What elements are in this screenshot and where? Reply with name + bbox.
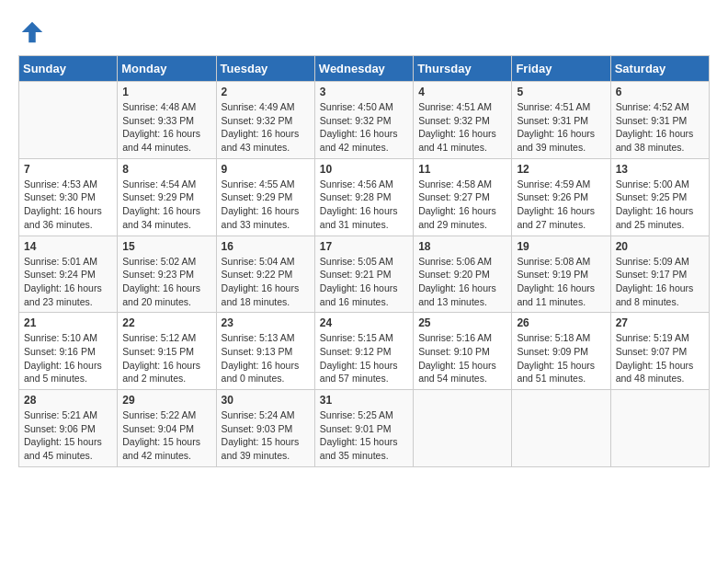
calendar-cell: 28Sunrise: 5:21 AM Sunset: 9:06 PM Dayli…: [19, 390, 118, 467]
calendar-cell: 17Sunrise: 5:05 AM Sunset: 9:21 PM Dayli…: [314, 236, 413, 313]
calendar-cell: 26Sunrise: 5:18 AM Sunset: 9:09 PM Dayli…: [512, 313, 610, 390]
day-info: Sunrise: 4:54 AM Sunset: 9:29 PM Dayligh…: [122, 178, 210, 232]
calendar-header-row: SundayMondayTuesdayWednesdayThursdayFrid…: [19, 56, 710, 82]
day-number: 7: [24, 163, 112, 176]
day-number: 14: [24, 240, 112, 253]
day-number: 8: [122, 163, 210, 176]
day-of-week-header: Tuesday: [216, 56, 314, 82]
calendar-week-row: 7Sunrise: 4:53 AM Sunset: 9:30 PM Daylig…: [19, 158, 710, 236]
calendar-cell: 25Sunrise: 5:16 AM Sunset: 9:10 PM Dayli…: [414, 313, 512, 390]
day-number: 4: [418, 86, 506, 98]
day-number: 19: [517, 240, 605, 253]
day-number: 24: [320, 316, 408, 329]
calendar-table: SundayMondayTuesdayWednesdayThursdayFrid…: [18, 55, 710, 467]
calendar-cell: 10Sunrise: 4:56 AM Sunset: 9:28 PM Dayli…: [314, 158, 413, 236]
day-info: Sunrise: 5:25 AM Sunset: 9:01 PM Dayligh…: [320, 408, 408, 463]
logo: [18, 18, 50, 46]
calendar-cell: 24Sunrise: 5:15 AM Sunset: 9:12 PM Dayli…: [314, 313, 413, 390]
day-info: Sunrise: 5:22 AM Sunset: 9:04 PM Dayligh…: [122, 408, 210, 463]
day-info: Sunrise: 5:12 AM Sunset: 9:15 PM Dayligh…: [122, 331, 210, 385]
day-info: Sunrise: 4:58 AM Sunset: 9:27 PM Dayligh…: [418, 178, 506, 232]
day-info: Sunrise: 5:19 AM Sunset: 9:07 PM Dayligh…: [616, 331, 704, 385]
calendar-cell: 5Sunrise: 4:51 AM Sunset: 9:31 PM Daylig…: [512, 82, 610, 159]
day-info: Sunrise: 5:15 AM Sunset: 9:12 PM Dayligh…: [320, 331, 408, 385]
calendar-cell: 2Sunrise: 4:49 AM Sunset: 9:32 PM Daylig…: [216, 82, 314, 159]
calendar-cell: 16Sunrise: 5:04 AM Sunset: 9:22 PM Dayli…: [216, 236, 314, 313]
day-info: Sunrise: 4:49 AM Sunset: 9:32 PM Dayligh…: [222, 100, 310, 155]
day-info: Sunrise: 5:06 AM Sunset: 9:20 PM Dayligh…: [418, 255, 506, 309]
day-info: Sunrise: 5:24 AM Sunset: 9:03 PM Dayligh…: [222, 408, 310, 463]
day-info: Sunrise: 5:08 AM Sunset: 9:19 PM Dayligh…: [517, 255, 605, 309]
day-number: 25: [418, 316, 506, 329]
day-number: 21: [24, 316, 112, 329]
svg-marker-0: [22, 22, 43, 43]
day-info: Sunrise: 5:00 AM Sunset: 9:25 PM Dayligh…: [616, 178, 704, 232]
calendar-week-row: 1Sunrise: 4:48 AM Sunset: 9:33 PM Daylig…: [19, 82, 710, 159]
calendar-cell: 12Sunrise: 4:59 AM Sunset: 9:26 PM Dayli…: [512, 158, 610, 236]
day-number: 28: [24, 394, 112, 407]
day-number: 20: [616, 240, 704, 253]
day-info: Sunrise: 4:55 AM Sunset: 9:29 PM Dayligh…: [222, 178, 310, 232]
calendar-cell: 14Sunrise: 5:01 AM Sunset: 9:24 PM Dayli…: [19, 236, 118, 313]
day-number: 16: [222, 240, 310, 253]
calendar-cell: 27Sunrise: 5:19 AM Sunset: 9:07 PM Dayli…: [610, 313, 709, 390]
calendar-cell: 11Sunrise: 4:58 AM Sunset: 9:27 PM Dayli…: [414, 158, 512, 236]
day-info: Sunrise: 4:53 AM Sunset: 9:30 PM Dayligh…: [24, 178, 112, 232]
calendar-cell: 23Sunrise: 5:13 AM Sunset: 9:13 PM Dayli…: [216, 313, 314, 390]
calendar-cell: 6Sunrise: 4:52 AM Sunset: 9:31 PM Daylig…: [610, 82, 709, 159]
calendar-cell: [414, 390, 512, 467]
calendar-cell: 29Sunrise: 5:22 AM Sunset: 9:04 PM Dayli…: [118, 390, 216, 467]
day-of-week-header: Monday: [118, 56, 216, 82]
day-info: Sunrise: 5:18 AM Sunset: 9:09 PM Dayligh…: [517, 331, 605, 385]
calendar-cell: 20Sunrise: 5:09 AM Sunset: 9:17 PM Dayli…: [610, 236, 709, 313]
logo-icon: [18, 18, 46, 46]
calendar-cell: 13Sunrise: 5:00 AM Sunset: 9:25 PM Dayli…: [610, 158, 709, 236]
day-of-week-header: Saturday: [610, 56, 709, 82]
calendar-cell: 31Sunrise: 5:25 AM Sunset: 9:01 PM Dayli…: [314, 390, 413, 467]
day-number: 6: [616, 86, 704, 98]
day-info: Sunrise: 4:52 AM Sunset: 9:31 PM Dayligh…: [616, 100, 704, 155]
day-number: 10: [320, 163, 408, 176]
day-number: 23: [222, 316, 310, 329]
day-number: 22: [122, 316, 210, 329]
day-number: 13: [616, 163, 704, 176]
calendar-cell: 15Sunrise: 5:02 AM Sunset: 9:23 PM Dayli…: [118, 236, 216, 313]
calendar-week-row: 14Sunrise: 5:01 AM Sunset: 9:24 PM Dayli…: [19, 236, 710, 313]
calendar-cell: [19, 82, 118, 159]
day-number: 3: [320, 86, 408, 98]
calendar-cell: 19Sunrise: 5:08 AM Sunset: 9:19 PM Dayli…: [512, 236, 610, 313]
day-number: 9: [222, 163, 310, 176]
calendar-cell: 30Sunrise: 5:24 AM Sunset: 9:03 PM Dayli…: [216, 390, 314, 467]
calendar-week-row: 28Sunrise: 5:21 AM Sunset: 9:06 PM Dayli…: [19, 390, 710, 467]
day-number: 31: [320, 394, 408, 407]
calendar-cell: 18Sunrise: 5:06 AM Sunset: 9:20 PM Dayli…: [414, 236, 512, 313]
day-number: 17: [320, 240, 408, 253]
calendar-cell: 9Sunrise: 4:55 AM Sunset: 9:29 PM Daylig…: [216, 158, 314, 236]
calendar-cell: 1Sunrise: 4:48 AM Sunset: 9:33 PM Daylig…: [118, 82, 216, 159]
day-number: 27: [616, 316, 704, 329]
day-info: Sunrise: 5:01 AM Sunset: 9:24 PM Dayligh…: [24, 255, 112, 309]
calendar-body: 1Sunrise: 4:48 AM Sunset: 9:33 PM Daylig…: [19, 82, 710, 467]
day-info: Sunrise: 5:04 AM Sunset: 9:22 PM Dayligh…: [222, 255, 310, 309]
day-info: Sunrise: 4:51 AM Sunset: 9:32 PM Dayligh…: [418, 100, 506, 155]
day-info: Sunrise: 5:02 AM Sunset: 9:23 PM Dayligh…: [122, 255, 210, 309]
day-info: Sunrise: 5:13 AM Sunset: 9:13 PM Dayligh…: [222, 331, 310, 385]
header: [18, 18, 710, 46]
day-info: Sunrise: 4:50 AM Sunset: 9:32 PM Dayligh…: [320, 100, 408, 155]
day-info: Sunrise: 4:48 AM Sunset: 9:33 PM Dayligh…: [122, 100, 210, 155]
day-number: 5: [517, 86, 605, 98]
calendar-cell: 8Sunrise: 4:54 AM Sunset: 9:29 PM Daylig…: [118, 158, 216, 236]
day-number: 26: [517, 316, 605, 329]
day-info: Sunrise: 5:16 AM Sunset: 9:10 PM Dayligh…: [418, 331, 506, 385]
day-info: Sunrise: 4:56 AM Sunset: 9:28 PM Dayligh…: [320, 178, 408, 232]
day-info: Sunrise: 5:21 AM Sunset: 9:06 PM Dayligh…: [24, 408, 112, 463]
day-number: 30: [222, 394, 310, 407]
calendar-cell: 21Sunrise: 5:10 AM Sunset: 9:16 PM Dayli…: [19, 313, 118, 390]
day-info: Sunrise: 4:51 AM Sunset: 9:31 PM Dayligh…: [517, 100, 605, 155]
calendar-cell: 22Sunrise: 5:12 AM Sunset: 9:15 PM Dayli…: [118, 313, 216, 390]
calendar-week-row: 21Sunrise: 5:10 AM Sunset: 9:16 PM Dayli…: [19, 313, 710, 390]
day-number: 11: [418, 163, 506, 176]
day-of-week-header: Sunday: [19, 56, 118, 82]
day-number: 29: [122, 394, 210, 407]
calendar-cell: 4Sunrise: 4:51 AM Sunset: 9:32 PM Daylig…: [414, 82, 512, 159]
